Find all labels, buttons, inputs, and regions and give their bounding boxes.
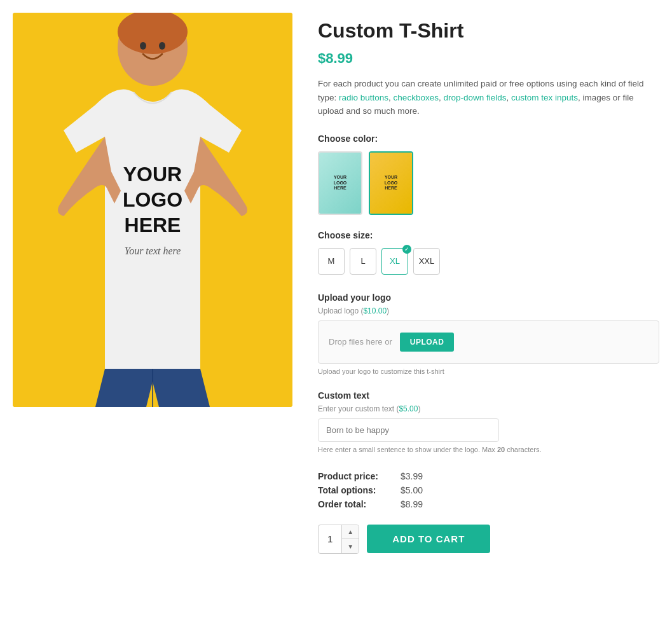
svg-point-4 bbox=[159, 42, 165, 50]
swatch-yellow-inner: YOURLOGOHERE bbox=[370, 153, 412, 214]
color-swatch-teal[interactable]: YOURLOGOHERE bbox=[318, 151, 362, 215]
color-section: Choose color: YOURLOGOHERE YOURLOGOHERE bbox=[318, 134, 659, 215]
upload-box[interactable]: Drop files here or UPLOAD bbox=[318, 320, 659, 364]
svg-text:YOUR: YOUR bbox=[123, 163, 182, 186]
size-xl-label: XL bbox=[390, 256, 400, 266]
size-section: Choose size: M L XL ✓ XXL bbox=[318, 230, 659, 275]
upload-drop-text: Drop files here or bbox=[329, 337, 392, 347]
pricing-row-options: Total options: $5.00 bbox=[318, 485, 659, 495]
product-price-label: Product price: bbox=[318, 471, 401, 481]
custom-text-section: Custom text Enter your custom text ($5.0… bbox=[318, 390, 659, 453]
order-total-value: $8.99 bbox=[401, 499, 423, 509]
custom-text-label: Custom text bbox=[318, 390, 659, 401]
custom-text-hint: Here enter a small sentence to show unde… bbox=[318, 446, 659, 453]
upload-section: Upload your logo Upload logo ($10.00) Dr… bbox=[318, 292, 659, 375]
size-btn-m[interactable]: M bbox=[318, 248, 345, 275]
upload-sublabel: Upload logo ($10.00) bbox=[318, 306, 659, 315]
quantity-input: 1 ▲ ▼ bbox=[318, 525, 359, 554]
size-btn-xxl[interactable]: XXL bbox=[413, 248, 440, 275]
pricing-summary: Product price: $3.99 Total options: $5.0… bbox=[318, 471, 659, 509]
page-container: YOUR LOGO HERE Your text here bbox=[0, 0, 672, 567]
product-description: For each product you can create unlimite… bbox=[318, 77, 659, 118]
product-price-value: $3.99 bbox=[401, 471, 423, 481]
color-label: Choose color: bbox=[318, 134, 659, 144]
custom-text-input[interactable] bbox=[318, 418, 499, 442]
upload-label: Upload your logo bbox=[318, 292, 659, 303]
tshirt-illustration: YOUR LOGO HERE Your text here bbox=[13, 13, 292, 407]
svg-text:Your text here: Your text here bbox=[125, 245, 181, 256]
pricing-row-product: Product price: $3.99 bbox=[318, 471, 659, 481]
desc-link-checkboxes[interactable]: checkboxes bbox=[394, 93, 439, 102]
size-buttons: M L XL ✓ XXL bbox=[318, 248, 659, 275]
svg-point-3 bbox=[140, 42, 146, 50]
size-btn-xl[interactable]: XL ✓ bbox=[381, 248, 408, 275]
size-xl-checkmark: ✓ bbox=[402, 245, 411, 254]
upload-price-link[interactable]: $10.00 bbox=[363, 306, 387, 315]
pricing-row-total: Order total: $8.99 bbox=[318, 499, 659, 509]
custom-text-price-link[interactable]: $5.00 bbox=[399, 404, 418, 413]
swatch-teal-text: YOURLOGOHERE bbox=[334, 175, 347, 191]
desc-link-radio[interactable]: radio buttons bbox=[339, 93, 388, 102]
swatch-yellow-text: YOURLOGOHERE bbox=[385, 175, 398, 191]
swatch-teal-inner: YOURLOGOHERE bbox=[319, 153, 361, 214]
size-btn-l[interactable]: L bbox=[350, 248, 376, 275]
desc-link-dropdown[interactable]: drop-down fields bbox=[443, 93, 506, 102]
color-swatch-yellow[interactable]: YOURLOGOHERE bbox=[369, 151, 413, 215]
max-chars: 20 bbox=[497, 446, 505, 453]
qty-controls: ▲ ▼ bbox=[342, 525, 359, 553]
size-label: Choose size: bbox=[318, 230, 659, 240]
desc-link-inputs[interactable]: inputs bbox=[555, 93, 578, 102]
product-price: $8.99 bbox=[318, 50, 659, 67]
color-swatches: YOURLOGOHERE YOURLOGOHERE bbox=[318, 151, 659, 215]
svg-text:HERE: HERE bbox=[125, 214, 181, 237]
product-title: Custom T-Shirt bbox=[318, 19, 659, 43]
upload-hint: Upload your logo to customize this t-shi… bbox=[318, 368, 659, 375]
product-image-section: YOUR LOGO HERE Your text here bbox=[13, 13, 292, 554]
add-to-cart-button[interactable]: ADD TO CART bbox=[367, 525, 490, 553]
add-to-cart-row: 1 ▲ ▼ ADD TO CART bbox=[318, 525, 659, 554]
svg-text:LOGO: LOGO bbox=[123, 188, 182, 211]
order-total-label: Order total: bbox=[318, 499, 401, 509]
qty-value: 1 bbox=[319, 525, 342, 553]
total-options-value: $5.00 bbox=[401, 485, 423, 495]
desc-link-custom[interactable]: custom tex bbox=[511, 93, 552, 102]
product-image: YOUR LOGO HERE Your text here bbox=[13, 13, 292, 407]
qty-up-button[interactable]: ▲ bbox=[342, 525, 359, 540]
upload-button[interactable]: UPLOAD bbox=[400, 333, 455, 352]
product-details-section: Custom T-Shirt $8.99 For each product yo… bbox=[318, 13, 659, 554]
custom-text-sublabel: Enter your custom text ($5.00) bbox=[318, 404, 659, 413]
qty-down-button[interactable]: ▼ bbox=[342, 539, 359, 553]
total-options-label: Total options: bbox=[318, 485, 401, 495]
